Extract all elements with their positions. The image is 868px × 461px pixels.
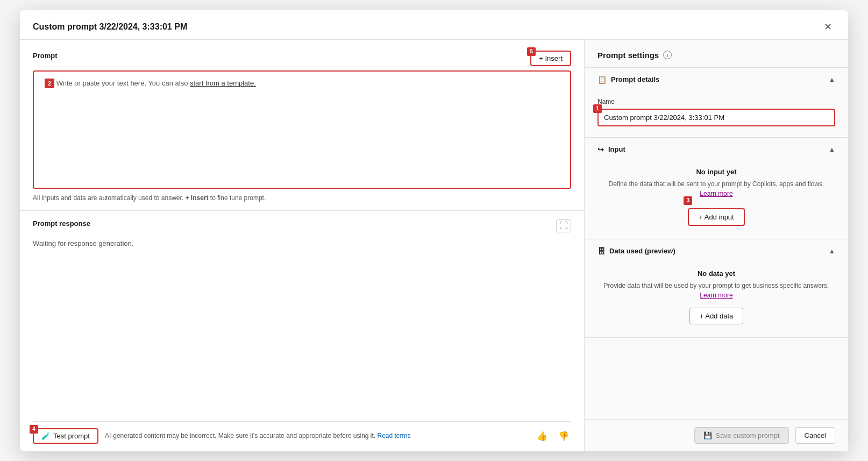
thumbs-up-button[interactable]: 👍 (535, 430, 550, 442)
right-header: Prompt settings i (585, 40, 848, 68)
annotation-4: 4 (30, 425, 38, 434)
dialog-header: Custom prompt 3/22/2024, 3:33:01 PM ✕ (20, 10, 848, 40)
right-panel-title: Prompt settings (597, 51, 659, 60)
data-used-body: No data yet Provide data that will be us… (585, 263, 848, 337)
data-used-header[interactable]: 🗄 Data used (preview) ▲ (585, 239, 848, 263)
response-section: Prompt response ⛶ Waiting for response g… (33, 211, 571, 417)
dialog-title: Custom prompt 3/22/2024, 3:33:01 PM (33, 22, 187, 32)
prompt-label: Prompt (33, 52, 58, 60)
input-section-header[interactable]: ↪ Input ▲ (585, 138, 848, 161)
input-section-body: No input yet Define the data that will b… (585, 161, 848, 239)
cancel-button[interactable]: Cancel (795, 427, 835, 444)
no-data-desc: Provide data that will be used by your p… (597, 281, 835, 300)
annotation-1: 1 (593, 104, 602, 113)
left-footer: 4 🧪 Test prompt AI-generated content may… (33, 421, 571, 451)
input-section-title: ↪ Input (597, 145, 625, 154)
no-input-desc: Define the data that will be sent to you… (597, 179, 835, 198)
no-input-title: No input yet (597, 168, 835, 176)
template-link[interactable]: start from a template. (190, 79, 256, 87)
right-footer: 💾 Save custom prompt Cancel (585, 419, 848, 451)
right-panel: Prompt settings i 📋 Prompt details ▲ Nam… (585, 40, 848, 451)
footer-disclaimer: AI-generated content may be incorrect. M… (105, 432, 528, 439)
save-label: Save custom prompt (715, 431, 779, 439)
right-body: 📋 Prompt details ▲ Name 1 (585, 68, 848, 419)
prompt-details-header[interactable]: 📋 Prompt details ▲ (585, 68, 848, 91)
data-learn-more-link[interactable]: Learn more (700, 292, 732, 299)
response-text: Waiting for response generation. (33, 239, 571, 417)
add-input-button[interactable]: + Add input (688, 208, 744, 226)
prompt-details-icon: 📋 (597, 75, 607, 84)
name-input-wrapper: 1 (597, 109, 835, 126)
close-button[interactable]: ✕ (821, 20, 835, 34)
annotation-3: 3 (684, 196, 692, 205)
name-field-label: Name (597, 98, 835, 105)
data-used-chevron: ▲ (829, 247, 835, 255)
read-terms-link[interactable]: Read terms (378, 432, 411, 439)
input-chevron: ▲ (829, 146, 835, 153)
insert-label: + Insert (539, 54, 563, 62)
left-panel: Prompt 5 + Insert 2 Write or paste your … (20, 40, 585, 451)
add-input-wrapper: 3 + Add input (688, 201, 744, 228)
input-icon: ↪ (597, 145, 604, 154)
no-data-title: No data yet (597, 269, 835, 278)
dialog-body: Prompt 5 + Insert 2 Write or paste your … (20, 40, 848, 451)
add-data-button[interactable]: + Add data (689, 308, 744, 324)
data-used-icon: 🗄 (597, 247, 605, 256)
prompt-details-chevron: ▲ (829, 76, 835, 83)
test-icon: 🧪 (41, 432, 50, 440)
input-section: ↪ Input ▲ No input yet Define the data t… (585, 138, 848, 239)
thumbs-down-button[interactable]: 👎 (556, 430, 571, 442)
prompt-placeholder: Write or paste your text here. You can a… (56, 79, 256, 87)
info-icon[interactable]: i (663, 51, 672, 59)
input-learn-more-link[interactable]: Learn more (700, 190, 732, 197)
name-input[interactable] (597, 109, 835, 126)
response-header: Prompt response ⛶ (33, 219, 571, 233)
insert-button[interactable]: 5 + Insert (530, 51, 571, 66)
save-icon: 💾 (703, 431, 712, 439)
data-used-title: 🗄 Data used (preview) (597, 247, 675, 256)
expand-icon[interactable]: ⛶ (556, 219, 571, 232)
prompt-details-title: 📋 Prompt details (597, 75, 659, 84)
save-button[interactable]: 💾 Save custom prompt (694, 427, 788, 444)
prompt-hint: All inputs and data are automatically us… (33, 194, 571, 202)
prompt-toolbar: Prompt 5 + Insert (33, 51, 571, 66)
test-label: Test prompt (53, 432, 90, 440)
test-prompt-button[interactable]: 4 🧪 Test prompt (33, 428, 98, 444)
annotation-5: 5 (527, 47, 536, 56)
data-used-section: 🗄 Data used (preview) ▲ No data yet Prov… (585, 239, 848, 338)
prompt-details-body: Name 1 (585, 91, 848, 137)
annotation-2: 2 (45, 79, 54, 88)
prompt-details-section: 📋 Prompt details ▲ Name 1 (585, 68, 848, 138)
prompt-textarea[interactable]: 2 Write or paste your text here. You can… (33, 70, 571, 189)
response-label: Prompt response (33, 219, 90, 228)
dialog: Custom prompt 3/22/2024, 3:33:01 PM ✕ Pr… (20, 10, 848, 451)
